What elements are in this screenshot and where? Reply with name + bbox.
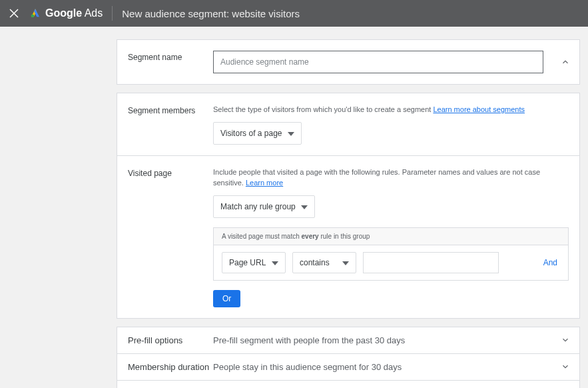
segment-name-label: Segment name bbox=[128, 51, 213, 62]
top-bar: Google Ads New audience segment: website… bbox=[0, 0, 588, 27]
segment-members-label: Segment members bbox=[128, 104, 213, 115]
rule-value-input[interactable] bbox=[363, 252, 499, 273]
close-icon[interactable] bbox=[8, 7, 20, 19]
visited-page-label: Visited page bbox=[128, 167, 213, 178]
membership-label: Membership duration bbox=[128, 362, 213, 372]
prefill-label: Pre-fill options bbox=[128, 335, 213, 345]
caret-down-icon bbox=[301, 202, 308, 211]
collapse-toggle[interactable] bbox=[561, 57, 570, 67]
segment-definition-panel: Segment members Select the type of visit… bbox=[117, 93, 580, 319]
match-rule-dropdown[interactable]: Match any rule group bbox=[213, 195, 315, 218]
caret-down-icon bbox=[342, 258, 349, 267]
description-row[interactable]: Description Add a segment description (o… bbox=[117, 380, 579, 389]
rule-field-dropdown[interactable]: Page URL bbox=[222, 252, 286, 273]
brand-rest: Ads bbox=[82, 7, 103, 19]
learn-more-visited-link[interactable]: Learn more bbox=[246, 179, 283, 187]
page-title: New audience segment: website visitors bbox=[122, 8, 300, 19]
caret-down-icon bbox=[272, 258, 278, 267]
brand-bold: Google bbox=[45, 7, 82, 19]
options-panel: Pre-fill options Pre-fill segment with p… bbox=[117, 327, 580, 389]
rule-group-header: A visited page must match every rule in … bbox=[214, 228, 568, 245]
google-ads-logo-icon bbox=[29, 7, 41, 19]
expand-toggle[interactable] bbox=[561, 362, 570, 371]
brand-logo: Google Ads bbox=[29, 7, 103, 19]
chevron-up-icon bbox=[561, 57, 570, 67]
visited-page-helper: Include people that visited a page with … bbox=[213, 167, 569, 189]
or-group-button[interactable]: Or bbox=[213, 290, 240, 307]
segment-name-panel: Segment name bbox=[117, 39, 580, 85]
segment-name-input[interactable] bbox=[213, 51, 543, 73]
prefill-summary: Pre-fill segment with people from the pa… bbox=[213, 335, 569, 345]
chevron-down-icon bbox=[561, 335, 570, 345]
caret-down-icon bbox=[288, 129, 294, 138]
rule-group: A visited page must match every rule in … bbox=[213, 227, 569, 281]
learn-more-segments-link[interactable]: Learn more about segments bbox=[433, 105, 525, 113]
membership-row[interactable]: Membership duration People stay in this … bbox=[117, 353, 579, 380]
svg-point-0 bbox=[31, 15, 35, 18]
chevron-down-icon bbox=[561, 362, 570, 371]
segment-members-helper: Select the type of visitors from which y… bbox=[213, 104, 569, 115]
visitor-type-dropdown[interactable]: Visitors of a page bbox=[213, 122, 302, 145]
membership-summary: People stay in this audience segment for… bbox=[213, 362, 569, 372]
and-condition-button[interactable]: And bbox=[541, 258, 560, 267]
rule-operator-dropdown[interactable]: contains bbox=[292, 252, 356, 273]
prefill-row[interactable]: Pre-fill options Pre-fill segment with p… bbox=[117, 327, 579, 353]
header-divider bbox=[112, 6, 113, 21]
expand-toggle[interactable] bbox=[561, 335, 570, 345]
